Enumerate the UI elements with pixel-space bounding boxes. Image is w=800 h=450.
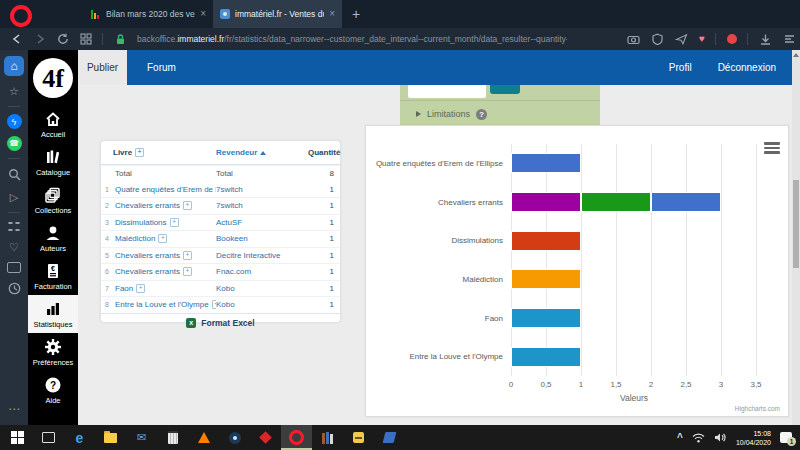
panel-input[interactable]	[408, 85, 486, 98]
taskbar-library-app-icon[interactable]	[312, 425, 343, 450]
tab-tiles-icon[interactable]	[80, 33, 92, 45]
book-link[interactable]: Dissimulations	[115, 218, 167, 227]
taskbar-steam-icon[interactable]	[219, 425, 250, 450]
favorites-heart-icon[interactable]: ♡	[6, 239, 22, 255]
bar-segment[interactable]	[511, 231, 581, 251]
download-icon[interactable]	[759, 33, 772, 45]
taskbar-vlc-icon[interactable]	[188, 425, 219, 450]
wallet-icon[interactable]	[7, 262, 21, 273]
scroll-up-icon[interactable]	[793, 53, 799, 57]
url-text[interactable]: backoffice.immateriel.fr/fr/statistics/d…	[137, 34, 567, 44]
sidebar-item-aide[interactable]: ?Aide	[28, 371, 78, 409]
clock[interactable]: 15:08 10/04/2020	[736, 429, 771, 447]
tab-forum[interactable]: Forum	[137, 62, 186, 73]
tab-publier[interactable]: Publier	[78, 50, 127, 85]
reseller-link[interactable]: Fnac.com	[216, 267, 308, 276]
bar-segment[interactable]	[511, 347, 581, 367]
taskbar-mail-icon[interactable]: ✉	[126, 425, 157, 450]
page-scrollbar[interactable]	[792, 50, 800, 425]
bar-segment[interactable]	[511, 308, 581, 328]
notification-icon[interactable]: 1	[780, 432, 792, 443]
chart-credits[interactable]: Highcharts.com	[735, 405, 780, 412]
speed-dial-icon[interactable]: ☆	[6, 83, 22, 99]
reload-icon[interactable]	[57, 33, 69, 45]
tab-close-icon[interactable]: ×	[200, 9, 206, 19]
send-to-flow-icon[interactable]	[675, 33, 688, 45]
wifi-icon[interactable]	[692, 429, 705, 447]
book-link[interactable]: Malédiction	[115, 234, 155, 243]
browser-tab[interactable]: immatériel.fr - Ventes du mois×	[213, 0, 342, 28]
sidebar-item-collections[interactable]: Collections	[28, 181, 78, 219]
browser-tab[interactable]: Bilan mars 2020 des ventes×	[84, 0, 213, 28]
home-icon[interactable]: ⌂	[4, 56, 24, 76]
scrollbar-thumb[interactable]	[793, 180, 799, 268]
reseller-link[interactable]: 7switch	[216, 201, 308, 210]
book-link[interactable]: Entre la Louve et l'Olympe	[115, 300, 209, 309]
expand-icon[interactable]	[183, 251, 192, 260]
reseller-link[interactable]: Bookeen	[216, 234, 308, 243]
expand-icon[interactable]	[136, 284, 145, 293]
column-header-book[interactable]: Livre	[105, 148, 216, 157]
book-link[interactable]: Chevaliers errants	[115, 201, 180, 210]
bar-segment[interactable]	[511, 269, 581, 289]
taskbar-media-app-icon[interactable]	[250, 425, 281, 450]
more-options-icon[interactable]: ⋯	[6, 401, 22, 417]
new-tab-button[interactable]: +	[352, 6, 360, 22]
bar-segment[interactable]	[511, 153, 581, 173]
tab-close-icon[interactable]: ×	[329, 9, 335, 19]
excel-export-link[interactable]: Format Excel	[201, 318, 254, 328]
column-header-quantity[interactable]: Quantité	[308, 148, 340, 157]
reseller-link[interactable]: Kobo	[216, 284, 308, 293]
book-link[interactable]: Faon	[115, 284, 133, 293]
chart-menu-icon[interactable]	[764, 142, 780, 156]
sidebar-item-statistiques[interactable]: Statistiques	[28, 295, 78, 333]
bar-segment[interactable]	[581, 192, 651, 212]
taskbar-file-explorer-icon[interactable]	[95, 425, 126, 450]
taskbar-document-app-icon[interactable]	[374, 425, 405, 450]
column-header-reseller[interactable]: Revendeur	[216, 148, 308, 157]
bookmark-heart-icon[interactable]: ♥	[699, 34, 705, 44]
bar-segment[interactable]	[651, 192, 721, 212]
taskbar-task-view-icon[interactable]	[33, 425, 64, 450]
whatsapp-icon[interactable]: ☎	[7, 136, 22, 151]
expand-icon[interactable]	[183, 201, 192, 210]
reseller-link[interactable]: ActuSF	[216, 218, 308, 227]
messenger-icon[interactable]: ϟ	[7, 114, 22, 129]
sidebar-item-catalogue[interactable]: Catalogue	[28, 143, 78, 181]
opera-logo-icon[interactable]	[10, 5, 32, 27]
book-link[interactable]: Chevaliers errants	[115, 251, 180, 260]
search-icon[interactable]	[6, 166, 22, 182]
bar-segment[interactable]	[511, 192, 581, 212]
sidebar-item-accueil[interactable]: Accueil	[28, 105, 78, 143]
extensions-grid-icon[interactable]	[8, 220, 20, 232]
taskbar-start-icon[interactable]	[2, 425, 33, 450]
reseller-link[interactable]: Kobo	[216, 300, 308, 309]
expand-icon[interactable]	[158, 234, 167, 243]
history-clock-icon[interactable]	[6, 280, 22, 296]
immateriel-logo[interactable]: 4f	[32, 57, 74, 99]
profile-link[interactable]: Profil	[669, 62, 692, 73]
secure-lock-icon[interactable]	[114, 33, 127, 45]
panel-accent-button[interactable]	[490, 85, 520, 94]
extension-icon[interactable]	[727, 34, 737, 44]
book-link[interactable]: Quatre enquêtes d'Erem de l'Ellipse	[115, 185, 216, 194]
expand-icon[interactable]	[183, 267, 192, 276]
reseller-link[interactable]: 7switch	[216, 185, 308, 194]
book-link[interactable]: Chevaliers errants	[115, 267, 180, 276]
sidebar-panels-icon[interactable]	[783, 33, 796, 45]
taskbar-edge-icon[interactable]: e	[64, 425, 95, 450]
expand-icon[interactable]	[135, 148, 144, 157]
tray-expand-icon[interactable]: ^	[677, 432, 683, 443]
my-flow-icon[interactable]: ▷	[6, 189, 22, 205]
sidebar-item-preferences[interactable]: Préférences	[28, 333, 78, 371]
volume-icon[interactable]	[714, 429, 727, 447]
logout-link[interactable]: Déconnexion	[718, 62, 776, 73]
reseller-link[interactable]: Decitre Interactive	[216, 251, 308, 260]
sidebar-item-auteurs[interactable]: Auteurs	[28, 219, 78, 257]
limitations-toggle[interactable]: Limitations	[416, 103, 487, 125]
help-icon[interactable]	[476, 109, 487, 120]
back-icon[interactable]	[11, 33, 23, 45]
sidebar-item-facturation[interactable]: €Facturation	[28, 257, 78, 295]
taskbar-notes-app-icon[interactable]	[343, 425, 374, 450]
forward-icon[interactable]	[34, 33, 46, 45]
